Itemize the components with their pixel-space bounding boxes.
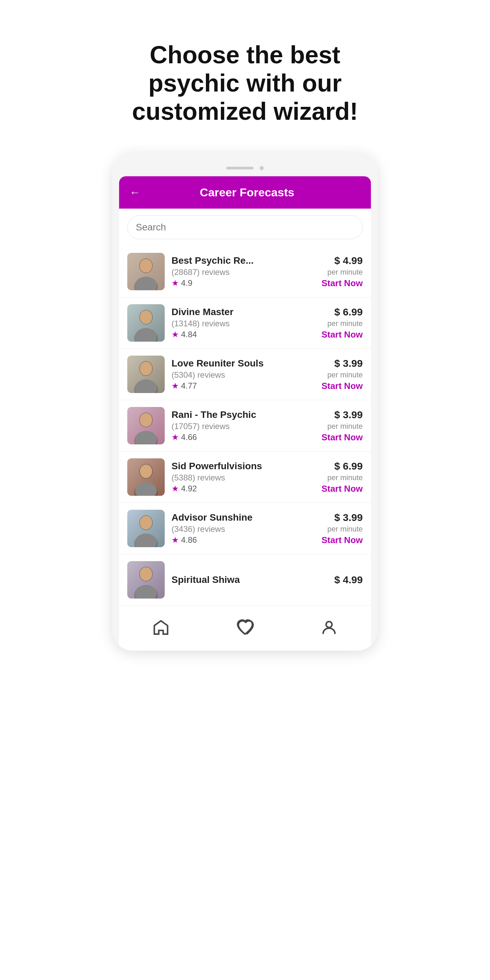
advisor-rating: ★4.86 <box>172 535 315 545</box>
price-per-minute: per minute <box>327 371 363 379</box>
notch-dot <box>259 166 264 170</box>
start-now-button[interactable]: Start Now <box>321 432 363 443</box>
nav-profile[interactable] <box>307 615 352 640</box>
phone-mockup: ← Career Forecasts Best Psychic Re...(28… <box>112 153 378 651</box>
start-now-button[interactable]: Start Now <box>321 484 363 494</box>
advisor-price: $ 3.99per minuteStart Now <box>321 512 363 546</box>
rating-value: 4.84 <box>181 330 197 339</box>
advisor-reviews: (5304) reviews <box>172 370 315 380</box>
advisor-name: Love Reuniter Souls <box>172 358 315 369</box>
advisor-price: $ 6.99per minuteStart Now <box>321 306 363 340</box>
advisor-rating: ★4.92 <box>172 484 315 493</box>
advisor-avatar <box>127 458 165 496</box>
start-now-button[interactable]: Start Now <box>321 381 363 391</box>
svg-point-18 <box>140 413 152 427</box>
advisor-name: Advisor Sunshine <box>172 512 315 523</box>
start-now-button[interactable]: Start Now <box>321 278 363 288</box>
back-button[interactable]: ← <box>129 186 140 199</box>
advisor-reviews: (28687) reviews <box>172 267 315 277</box>
svg-point-33 <box>140 567 152 581</box>
price-amount: $ 3.99 <box>334 512 363 523</box>
advisor-name: Sid Powerfulvisions <box>172 461 315 472</box>
home-icon <box>152 619 170 636</box>
advisor-price: $ 3.99per minuteStart Now <box>321 409 363 443</box>
advisor-rating: ★4.9 <box>172 278 315 288</box>
svg-point-23 <box>140 465 152 478</box>
advisor-avatar <box>127 356 165 393</box>
advisor-name: Spiritual Shiwa <box>172 574 328 585</box>
advisor-price: $ 6.99per minuteStart Now <box>321 460 363 494</box>
list-item[interactable]: Love Reuniter Souls(5304) reviews★4.77$ … <box>119 349 371 400</box>
advisor-avatar <box>127 304 165 342</box>
list-item[interactable]: Sid Powerfulvisions(5388) reviews★4.92$ … <box>119 452 371 503</box>
phone-notch <box>112 166 378 176</box>
star-icon: ★ <box>172 484 179 493</box>
svg-point-13 <box>140 362 152 375</box>
rating-value: 4.77 <box>181 381 197 391</box>
advisor-info: Love Reuniter Souls(5304) reviews★4.77 <box>172 358 315 391</box>
price-amount: $ 6.99 <box>334 460 363 472</box>
price-amount: $ 3.99 <box>334 358 363 369</box>
advisor-price: $ 3.99per minuteStart Now <box>321 358 363 391</box>
list-item[interactable]: Rani - The Psychic(17057) reviews★4.66$ … <box>119 400 371 452</box>
price-amount: $ 3.99 <box>334 409 363 421</box>
star-icon: ★ <box>172 433 179 442</box>
advisor-info: Advisor Sunshine(3436) reviews★4.86 <box>172 512 315 545</box>
advisor-name: Divine Master <box>172 307 315 318</box>
app-screen: ← Career Forecasts Best Psychic Re...(28… <box>119 176 371 651</box>
advisor-avatar <box>127 561 165 598</box>
advisor-price: $ 4.99 <box>334 574 363 585</box>
screen-title: Career Forecasts <box>147 186 347 199</box>
advisor-name: Best Psychic Re... <box>172 255 315 266</box>
nav-favorites[interactable] <box>223 615 267 640</box>
star-icon: ★ <box>172 535 179 545</box>
person-icon <box>320 619 338 636</box>
start-now-button[interactable]: Start Now <box>321 329 363 340</box>
advisor-reviews: (13148) reviews <box>172 319 315 328</box>
rating-value: 4.9 <box>181 278 192 288</box>
advisor-rating: ★4.84 <box>172 330 315 339</box>
advisor-reviews: (3436) reviews <box>172 524 315 534</box>
star-icon: ★ <box>172 330 179 339</box>
list-item[interactable]: Advisor Sunshine(3436) reviews★4.86$ 3.9… <box>119 503 371 554</box>
advisor-name: Rani - The Psychic <box>172 409 315 420</box>
heart-icon <box>236 619 254 636</box>
svg-point-28 <box>140 516 152 530</box>
price-per-minute: per minute <box>327 268 363 277</box>
star-icon: ★ <box>172 278 179 288</box>
advisor-info: Spiritual Shiwa <box>172 574 328 585</box>
notch-pill <box>226 167 253 169</box>
advisor-avatar <box>127 253 165 290</box>
svg-point-3 <box>140 259 152 272</box>
list-item[interactable]: Spiritual Shiwa$ 4.99 <box>119 554 371 605</box>
advisor-reviews: (17057) reviews <box>172 422 315 431</box>
svg-point-8 <box>140 310 152 324</box>
start-now-button[interactable]: Start Now <box>321 535 363 546</box>
rating-value: 4.66 <box>181 433 197 442</box>
list-item[interactable]: Best Psychic Re...(28687) reviews★4.9$ 4… <box>119 246 371 298</box>
advisor-reviews: (5388) reviews <box>172 473 315 482</box>
advisor-avatar <box>127 510 165 547</box>
advisor-price: $ 4.99per minuteStart Now <box>321 255 363 288</box>
hero-heading: Choose the best psychic with our customi… <box>92 41 398 125</box>
advisor-info: Rani - The Psychic(17057) reviews★4.66 <box>172 409 315 442</box>
price-amount: $ 4.99 <box>334 574 363 585</box>
search-input[interactable] <box>127 215 363 239</box>
advisor-list: Best Psychic Re...(28687) reviews★4.9$ 4… <box>119 246 371 605</box>
advisor-info: Best Psychic Re...(28687) reviews★4.9 <box>172 255 315 288</box>
advisor-rating: ★4.77 <box>172 381 315 391</box>
price-per-minute: per minute <box>327 319 363 328</box>
price-amount: $ 4.99 <box>334 255 363 266</box>
advisor-info: Sid Powerfulvisions(5388) reviews★4.92 <box>172 461 315 493</box>
search-container <box>119 208 371 246</box>
nav-home[interactable] <box>138 615 183 640</box>
top-bar: ← Career Forecasts <box>119 176 371 208</box>
star-icon: ★ <box>172 381 179 391</box>
bottom-nav <box>119 605 371 651</box>
price-per-minute: per minute <box>327 525 363 533</box>
advisor-rating: ★4.66 <box>172 433 315 442</box>
rating-value: 4.86 <box>181 535 197 545</box>
price-per-minute: per minute <box>327 422 363 431</box>
svg-point-35 <box>326 622 332 627</box>
list-item[interactable]: Divine Master(13148) reviews★4.84$ 6.99p… <box>119 298 371 349</box>
